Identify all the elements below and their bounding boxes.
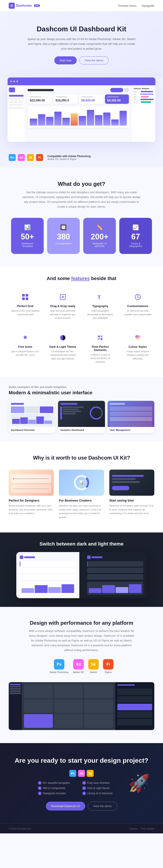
cta-buttons: Download Dashcom UI View the demo [9,802,154,811]
template-label-1: Dashboard Overview [9,427,56,433]
hero-demo-button[interactable]: View the demo [79,56,109,64]
stat-number-3: 200+ [89,232,110,241]
benefit-text-3: 380 UI components [43,786,65,790]
stat-desc-2: UI components [53,242,74,245]
chart-bar-8 [87,110,94,126]
sk-badge: Sk [27,154,34,161]
check-icon-6: ✓ [83,792,86,795]
cta-benefit-1: ✓ 50+ beautiful templates [38,781,80,785]
feature-desc-1: based on the most wanted responsive grid [11,309,40,316]
feature-perfect-grid: Perfect Grid based on the most wanted re… [9,288,42,324]
ss-card-8 [54,714,83,728]
svg-text:T: T [98,294,101,300]
figma-tool-icon: Fi [103,659,113,670]
dashboard-mockup: $23,590.00 $16,850.0 $8,629.00 $4,320.00 [8,78,155,142]
svg-rect-0 [22,294,25,297]
widget-bars: Mon Tue Wed Thu [133,91,154,103]
template-label-2: Analytics Dashboard [58,427,105,433]
stat-card-1: $23,590.00 [28,94,52,104]
widget-row-2: Tue [133,94,154,95]
svg-rect-11 [101,338,102,340]
footer-link-license[interactable]: License [129,827,137,830]
drag-icon [58,292,68,302]
compat-section: Ps Xd Sk Fi Compatible with Adobe Photos… [0,151,163,167]
feature-desc-7: crafted in a way to preserve library of … [86,353,115,364]
cta-benefit-6: ✓ Library of UI elements [83,792,125,795]
widget-fill-5 [141,101,151,103]
widget-label-2: Tue [133,94,139,95]
stat-box-2: 🔲 380 UI components [47,218,80,254]
widget-fill-3 [141,96,149,97]
ss-card-9 [84,714,113,728]
platform-tools: Ps Adobe Photoshop Xd Adobe XD Sk Sketch… [9,659,154,674]
cta-benefit-5: ✓ Styleguide Included [38,792,80,795]
stat-card-2: $16,850.0 [54,94,77,104]
what-title: What do you get? [9,181,154,187]
stat-desc-3: Styleguide UI elements [89,242,110,247]
why-card-1: Perfect for Designers Being a project fr… [9,470,54,519]
cta-start-button[interactable]: Download Dashcom UI [46,802,85,811]
custom-icon [133,292,142,302]
cta-benefit-2: ✓ Fully easy included [83,781,125,785]
feature-title-5: Free Icons [11,345,40,348]
platform-screenshot [9,682,154,730]
hero-start-button[interactable]: Start now [54,56,77,64]
rp-title [117,684,135,686]
rp-item-3 [117,704,152,710]
feature-pixel-perfect: Pixel Perfect Elements crafted in a way … [84,329,117,368]
ss-nav-3 [9,688,21,689]
svg-point-14 [136,337,139,340]
benefit-text-1: 50+ beautiful templates [43,781,70,784]
ss-card-1 [24,684,53,698]
fi-badge: Fi [36,154,43,161]
why-desc-1: Being a project freelancer with your own… [9,504,54,516]
platform-desc: With a cross-design software compatibili… [27,629,136,653]
navbar: D Dashcom new Preview Demo Styeguide [0,0,163,11]
benefit-text-5: Styleguide Included [43,792,66,795]
feature-title-2: Drag & Drop ready [48,304,77,308]
ss-nav-2 [9,686,21,687]
check-icon-4: ✓ [83,786,86,790]
features-grid: Perfect Grid based on the most wanted re… [9,288,154,368]
check-icon-3: ✓ [38,786,41,790]
widget-row-3: Wed [133,96,154,98]
features-section: And some features beside that Perfect Gr… [0,267,163,377]
grid-icon [21,292,30,302]
stat-icon-4: 📈 [125,224,146,230]
footer-link-sample[interactable]: Free sample [141,827,154,830]
feature-free-icons: Free Icons get a comprehensive icon set … [9,329,42,368]
dark-mode-preview-panel [84,552,147,598]
ss-card-4 [24,700,53,713]
logo-icon: D [9,3,15,9]
widget-row-5: Fri [133,101,154,103]
widget-label-4: Thu [133,99,139,100]
check-icon-1: ✓ [38,781,41,785]
nav-styleguide[interactable]: Styeguide [142,4,154,7]
why-image-2: 📊 [59,470,104,496]
mockup-header [28,88,129,92]
template-preview-3 [107,401,154,427]
sidebar-nav-1 [9,95,24,97]
cta-demo-button[interactable]: View the demo [88,802,117,811]
nav-preview-demo[interactable]: Preview Demo [118,4,137,7]
chart-bar-10 [103,113,110,126]
feature-title-8: Colour Styles [124,345,152,348]
platform-xd: Xd Adobe XD [73,659,84,674]
stat-box-4: 📈 67 Charts & infographics [119,218,152,254]
ss-card-2 [54,684,83,698]
feature-desc-2: drag and drop elements will help to orga… [48,309,77,320]
templates-grid: Dashboard Overview [9,401,154,433]
widget-row-1: Mon [133,91,154,92]
pixel-icon [95,333,105,342]
why-title-2: For Business Creators [59,499,104,502]
feature-customizations: Customizations UI elements are fully sca… [121,288,155,324]
screenshot-inner [9,682,154,730]
mockup-chart [28,106,129,128]
why-card-2: 📊 For Business Creators Whether you plan… [59,470,104,519]
rp-item-5 [117,719,152,725]
platform-sketch: Sk Sketch [88,659,99,674]
svg-rect-10 [98,338,100,340]
brand-name: Dashcom [16,4,32,8]
dashboard-preview-section: $23,590.00 $16,850.0 $8,629.00 $4,320.00 [0,78,163,151]
svg-rect-2 [22,298,25,300]
